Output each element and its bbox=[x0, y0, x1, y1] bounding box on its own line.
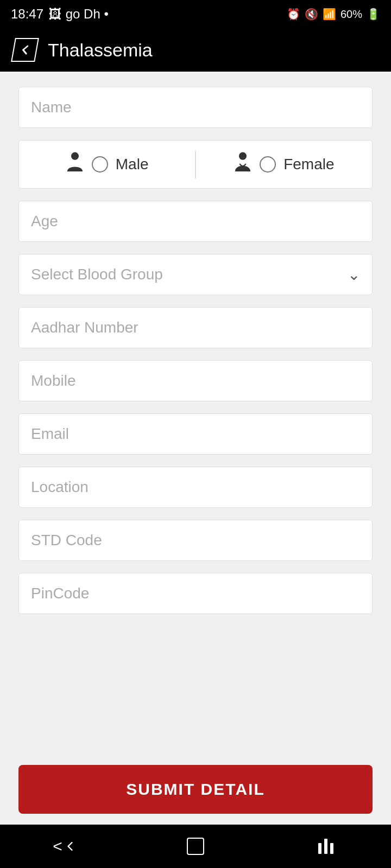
main-content: Male Female Select Blood Group ⌄ bbox=[0, 72, 391, 825]
recent-apps-icon bbox=[318, 839, 333, 854]
svg-point-1 bbox=[239, 152, 247, 160]
aadhar-input[interactable] bbox=[18, 307, 373, 348]
female-label: Female bbox=[283, 156, 334, 173]
female-radio[interactable] bbox=[260, 156, 276, 173]
page-title: Thalassemia bbox=[48, 40, 153, 61]
age-input[interactable] bbox=[18, 201, 373, 242]
bottom-nav bbox=[0, 825, 391, 868]
battery-text: 60% bbox=[340, 8, 362, 21]
female-option[interactable]: Female bbox=[196, 141, 372, 188]
status-left: 18:47 🖼 go Dh • bbox=[11, 7, 109, 22]
male-option[interactable]: Male bbox=[19, 141, 195, 188]
svg-point-0 bbox=[71, 152, 79, 160]
bottom-back-button[interactable] bbox=[49, 830, 81, 863]
home-square-icon bbox=[187, 838, 204, 855]
location-input[interactable] bbox=[18, 467, 373, 508]
chevron-down-icon: ⌄ bbox=[348, 266, 360, 284]
blood-group-dropdown[interactable]: Select Blood Group ⌄ bbox=[18, 254, 373, 295]
name-input[interactable] bbox=[18, 87, 373, 128]
mute-icon: 🔇 bbox=[305, 8, 318, 21]
status-right: ⏰ 🔇 📶 60% 🔋 bbox=[287, 8, 380, 21]
std-code-input[interactable] bbox=[18, 520, 373, 561]
male-radio[interactable] bbox=[92, 156, 108, 173]
back-button[interactable] bbox=[11, 38, 39, 62]
mobile-input[interactable] bbox=[18, 360, 373, 401]
status-icons: 🖼 go Dh • bbox=[49, 7, 109, 22]
gender-selection: Male Female bbox=[18, 140, 373, 189]
bottom-recent-button[interactable] bbox=[310, 830, 342, 863]
male-person-icon bbox=[66, 151, 84, 177]
bottom-home-button[interactable] bbox=[179, 830, 212, 863]
battery-icon: 🔋 bbox=[367, 8, 380, 21]
pincode-input[interactable] bbox=[18, 573, 373, 614]
blood-group-label: Select Blood Group bbox=[31, 266, 163, 283]
submit-button[interactable]: SUBMIT DETAIL bbox=[18, 765, 373, 814]
wifi-icon: 📶 bbox=[323, 8, 336, 21]
male-label: Male bbox=[116, 156, 149, 173]
status-time: 18:47 bbox=[11, 7, 43, 22]
alarm-icon: ⏰ bbox=[287, 8, 300, 21]
email-input[interactable] bbox=[18, 413, 373, 455]
female-person-icon bbox=[234, 151, 252, 177]
top-nav: Thalassemia bbox=[0, 28, 391, 72]
status-bar: 18:47 🖼 go Dh • ⏰ 🔇 📶 60% 🔋 bbox=[0, 0, 391, 28]
